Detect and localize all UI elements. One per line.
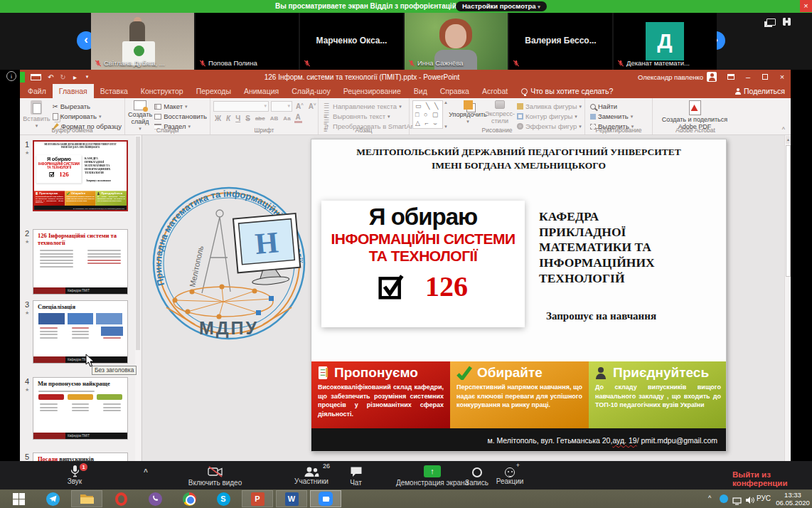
cut-button[interactable]: ✂Вырезать (53, 102, 122, 111)
audio-button[interactable]: 1 Звук (50, 464, 100, 485)
language-indicator[interactable]: РУС (757, 494, 771, 502)
paste-button[interactable]: Вставить▾ (23, 100, 50, 129)
shapes-gallery[interactable]: ▭ ╲ ╲ □ ○ ▢ △ ⌐ ⌣ ⇨ ⇩ ▱ ☆ ◠ ∿ { } ✶ (412, 100, 443, 129)
shapes-scroll-up-icon[interactable]: ▲ (444, 100, 448, 105)
taskbar-skype[interactable]: S (208, 490, 239, 507)
clear-formatting-button[interactable]: abc (254, 115, 267, 122)
arrange-button[interactable]: Упорядочить▾ (451, 100, 485, 125)
align-buttons[interactable]: ≡ ≡ ≡ ≣ (324, 112, 331, 122)
taskbar-word[interactable]: W (276, 490, 307, 507)
taskbar-powerpoint[interactable]: P (242, 490, 273, 507)
scrollbar-thumb[interactable] (786, 145, 791, 277)
close-button[interactable]: × (774, 70, 791, 84)
font-color-button[interactable]: А (294, 114, 302, 123)
start-slideshow-button[interactable]: ▸ (70, 73, 80, 81)
grow-font-button[interactable]: А˄ (294, 102, 305, 110)
taskbar-clock[interactable]: 13:33 06.05.2020 (775, 491, 811, 507)
shape-fill-button[interactable]: Заливка фигуры ▾ (517, 102, 582, 111)
network-icon[interactable] (732, 495, 742, 508)
character-spacing-button[interactable]: АВ (269, 115, 280, 122)
quick-styles-button[interactable]: Экспресс-стили (485, 100, 515, 125)
undo-button[interactable]: ↶ (46, 73, 56, 81)
taskbar-explorer[interactable] (71, 490, 102, 507)
underline-button[interactable]: Ч (234, 115, 242, 122)
tab-review[interactable]: Рецензирование (337, 84, 407, 98)
text-direction-button[interactable]: Направление текста ▾ (333, 102, 420, 111)
participant-tile[interactable]: Марченко Окса... (300, 13, 403, 70)
bold-button[interactable]: Ж (213, 115, 223, 122)
view-options-button[interactable]: Настройки просмотра ▾ (456, 1, 547, 11)
audio-options-chevron[interactable]: ^ (144, 468, 148, 476)
tab-acrobat[interactable]: Acrobat (476, 84, 514, 98)
taskbar-zoom[interactable] (310, 490, 341, 507)
list-buttons[interactable]: ☰ ☰ ☰ ⇵ (324, 102, 331, 112)
find-button[interactable]: Найти (590, 102, 634, 111)
strikethrough-button[interactable]: S (244, 115, 252, 122)
copy-button[interactable]: Копировать ▾ (53, 112, 122, 121)
shape-outline-button[interactable]: Контур фигуры ▾ (517, 112, 582, 121)
info-icon[interactable]: i (6, 71, 16, 81)
chat-button[interactable]: Чат (340, 464, 372, 487)
reset-button[interactable]: Восстановить (154, 112, 207, 121)
customize-qat-button[interactable]: ▾ (82, 74, 92, 80)
ribbon-display-options-button[interactable] (722, 70, 739, 84)
panel-scrollbar[interactable] (135, 135, 141, 461)
slide-thumbnail-3[interactable]: Спеціалізація Кафедра ПМІТ (33, 300, 128, 364)
tab-insert[interactable]: Вставка (94, 84, 134, 98)
slide-thumbnail-4[interactable]: Ми пропонуємо найкраще Кафедра ПМІТ (33, 377, 128, 440)
tab-help[interactable]: Справка (434, 84, 476, 98)
slide-thumbnail-2[interactable]: 126 Інформаційні системи та технології К… (33, 229, 128, 295)
taskbar-viber[interactable] (139, 490, 171, 507)
taskbar-telegram[interactable] (37, 490, 68, 507)
align-text-button[interactable]: Выровнять текст ▾ (333, 112, 420, 121)
save-icon[interactable] (31, 74, 41, 80)
share-button[interactable]: Поделиться (734, 84, 785, 98)
record-button[interactable]: Запись (461, 464, 493, 487)
tab-view[interactable]: Вид (407, 84, 434, 98)
gallery-view-icon[interactable] (766, 18, 776, 26)
layout-button[interactable]: Макет ▾ (154, 102, 207, 111)
taskbar-opera[interactable] (105, 490, 137, 507)
account-avatar-icon[interactable] (707, 72, 717, 82)
change-case-button[interactable]: Аа (282, 115, 292, 122)
taskbar-chrome[interactable] (173, 490, 205, 507)
tray-expand-chevron[interactable]: ^ (708, 494, 711, 508)
tab-animations[interactable]: Анимация (237, 84, 285, 98)
start-video-button[interactable]: Включить видео (167, 464, 263, 487)
tab-transitions[interactable]: Переходы (190, 84, 237, 98)
reactions-button[interactable]: + Реакции (492, 464, 528, 485)
replace-button[interactable]: Заменить ▾ (590, 112, 634, 121)
collapse-ribbon-button[interactable]: ^ (782, 126, 785, 133)
tab-home[interactable]: Главная (53, 84, 94, 98)
tray-telegram-icon[interactable] (720, 494, 728, 508)
participant-tile[interactable]: Попова Полина (196, 13, 299, 70)
stop-share-close-button[interactable]: × (800, 0, 812, 12)
participant-tile[interactable]: Валерия Бессо... (509, 13, 612, 70)
tab-design[interactable]: Конструктор (134, 84, 190, 98)
italic-button[interactable]: К (225, 115, 232, 122)
fullscreen-icon[interactable] (783, 18, 791, 26)
slide-canvas[interactable]: Прикладна математика та інформаційні тех… (142, 135, 784, 461)
scroll-up-icon[interactable]: ▲ (786, 136, 791, 144)
start-button[interactable] (3, 490, 34, 507)
font-size-select[interactable] (271, 101, 292, 112)
participant-tile[interactable]: Инна Сажнёва (405, 13, 508, 70)
shrink-font-button[interactable]: А˅ (307, 102, 318, 110)
leave-meeting-button[interactable]: Выйти из конференции (732, 470, 812, 487)
tell-me-box[interactable]: Что вы хотите сделать? (521, 84, 613, 98)
tab-slideshow[interactable]: Слайд-шоу (285, 84, 336, 98)
account-name[interactable]: Олександр павленко (638, 73, 703, 81)
slide-thumbnail-1[interactable]: МЕЛІТОПОЛЬСЬКИЙ ДЕРЖАВНИЙ ПЕДАГОГІЧНИЙ У… (33, 140, 128, 211)
slide[interactable]: МЕЛІТОПОЛЬСЬКИЙ ДЕРЖАВНИЙ ПЕДАГОГІЧНИЙ У… (311, 139, 727, 452)
participant-tile[interactable]: Світлана Дубяга, ... (91, 13, 194, 70)
participants-button[interactable]: 26 Участники (283, 464, 340, 485)
slide-thumbnail-5[interactable]: Посади випускників (33, 453, 128, 461)
tab-file[interactable]: Файл (21, 84, 53, 98)
font-name-select[interactable] (213, 101, 269, 112)
minimize-button[interactable]: – (739, 70, 757, 84)
restore-button[interactable] (757, 70, 774, 84)
volume-icon[interactable] (745, 494, 754, 508)
participant-tile[interactable]: Д Деканат математи... (614, 13, 717, 70)
vertical-scrollbar[interactable]: ▲ (784, 135, 791, 461)
redo-button[interactable]: ↻ (58, 73, 68, 81)
